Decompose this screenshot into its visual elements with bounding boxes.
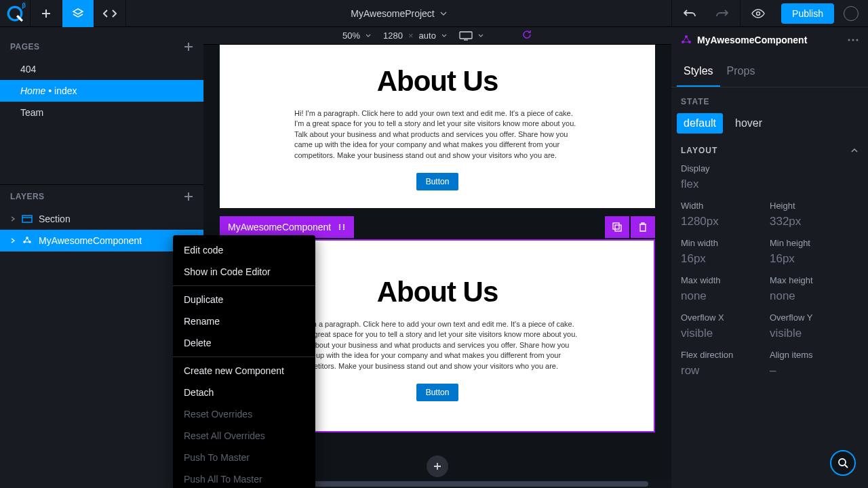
zoom-selector[interactable]: 50% <box>342 30 371 41</box>
prop-value-width[interactable]: 1280px <box>681 215 770 228</box>
section-button[interactable]: Button <box>416 173 459 190</box>
ruler-bar: 50% 1280 × auto <box>203 27 671 45</box>
svg-rect-2 <box>22 216 32 222</box>
svg-point-22 <box>856 39 859 41</box>
undo-button[interactable] <box>675 0 705 27</box>
refresh-button[interactable] <box>521 29 532 42</box>
svg-point-10 <box>343 224 344 226</box>
section-block[interactable]: About Us Hi! I'm a paragraph. Click here… <box>220 45 655 208</box>
layer-label: MyAwesomeComponent <box>39 235 142 246</box>
layers-tool[interactable] <box>62 0 94 27</box>
help-button[interactable] <box>830 450 856 476</box>
svg-point-21 <box>852 39 854 41</box>
menu-item-show-in-code[interactable]: Show in Code Editor <box>173 261 315 283</box>
user-avatar[interactable] <box>844 6 859 21</box>
prop-label-max-width: Max width <box>681 275 770 285</box>
prop-label-max-height: Max height <box>770 275 859 285</box>
prop-label-overflow-x: Overflow X <box>681 312 770 323</box>
page-item-home[interactable]: Home • index <box>0 80 203 102</box>
drag-handle-icon[interactable] <box>338 223 346 231</box>
svg-point-20 <box>848 39 850 41</box>
add-page-button[interactable] <box>184 42 193 52</box>
page-item-404[interactable]: 404 <box>0 58 203 80</box>
plus-icon <box>433 462 442 471</box>
prop-value-min-height[interactable]: 16px <box>770 252 859 266</box>
prop-value-overflow-x[interactable]: visible <box>681 327 770 340</box>
pages-header: PAGES <box>0 35 203 58</box>
prop-value-display[interactable]: flex <box>681 178 859 191</box>
pages-list: 404 Home • index Team <box>0 58 203 123</box>
layer-item-section[interactable]: Section <box>0 208 203 230</box>
layer-label: Section <box>39 214 71 224</box>
copy-icon <box>612 222 622 232</box>
component-button[interactable]: Button <box>416 384 459 401</box>
right-panel-tabs: Styles Props <box>671 60 868 87</box>
pages-label: PAGES <box>10 42 40 52</box>
preview-button[interactable] <box>743 0 773 27</box>
selected-component-name: MyAwesomeComponent <box>697 35 807 45</box>
tab-styles[interactable]: Styles <box>677 60 720 87</box>
prop-label-height: Height <box>770 201 859 211</box>
duplicate-component-button[interactable] <box>605 216 629 238</box>
app-logo[interactable]: β <box>0 0 30 27</box>
state-default[interactable]: default <box>677 113 723 134</box>
logo-icon <box>6 5 24 22</box>
prop-value-min-width[interactable]: 16px <box>681 252 770 266</box>
expand-icon[interactable] <box>10 237 16 244</box>
more-button[interactable] <box>848 39 859 41</box>
expand-icon[interactable] <box>10 216 16 222</box>
code-tool[interactable] <box>94 0 125 27</box>
layout-section-header[interactable]: LAYOUT <box>671 134 868 161</box>
section-paragraph[interactable]: Hi! I'm a paragraph. Click here to add y… <box>294 108 580 161</box>
component-icon <box>21 236 33 245</box>
collapse-icon[interactable] <box>850 148 859 153</box>
add-button[interactable] <box>31 0 62 27</box>
canvas-width[interactable]: 1280 <box>383 30 403 41</box>
page-item-team[interactable]: Team <box>0 102 203 123</box>
prop-value-max-height[interactable]: none <box>770 289 859 303</box>
prop-label-display: Display <box>681 163 859 174</box>
device-selector[interactable] <box>459 31 484 41</box>
right-panel: MyAwesomeComponent Styles Props STATE de… <box>671 27 868 488</box>
component-icon <box>681 35 692 45</box>
prop-value-overflow-y[interactable]: visible <box>770 327 859 340</box>
beta-badge: β <box>22 2 26 9</box>
canvas-height[interactable]: auto <box>419 30 436 41</box>
context-menu: Edit code Show in Code Editor Duplicate … <box>173 235 315 488</box>
prop-value-max-width[interactable]: none <box>681 289 770 303</box>
chevron-down-icon <box>440 12 447 16</box>
delete-component-button[interactable] <box>631 216 655 238</box>
add-layer-button[interactable] <box>184 192 193 201</box>
prop-value-height[interactable]: 332px <box>770 215 859 228</box>
chevron-down-icon <box>366 34 371 37</box>
redo-button[interactable] <box>707 0 737 27</box>
svg-point-13 <box>339 226 340 228</box>
state-hover[interactable]: hover <box>728 113 769 134</box>
menu-item-detach[interactable]: Detach <box>173 382 315 403</box>
top-bar: β MyAwesomeProject Publish <box>0 0 868 27</box>
component-paragraph[interactable]: Hi! I'm a paragraph. Click here to add y… <box>296 319 579 371</box>
prop-value-flex-direction[interactable]: row <box>681 364 770 378</box>
component-title[interactable]: About Us <box>296 276 579 308</box>
project-selector[interactable]: MyAwesomeProject <box>126 8 671 19</box>
prop-label-align-items: Align items <box>770 350 859 360</box>
topbar-left: β <box>0 0 126 26</box>
tab-props[interactable]: Props <box>720 60 762 87</box>
menu-item-delete[interactable]: Delete <box>173 332 315 354</box>
prop-label-min-width: Min width <box>681 238 770 248</box>
prop-label-min-height: Min height <box>770 238 859 248</box>
component-name-label: MyAwesomeComponent <box>228 222 331 232</box>
chevron-down-icon <box>441 34 447 37</box>
eye-icon <box>751 9 765 18</box>
menu-item-rename[interactable]: Rename <box>173 310 315 332</box>
add-section-button[interactable] <box>427 455 448 477</box>
menu-item-create-component[interactable]: Create new Component <box>173 360 315 382</box>
menu-item-push-all-to-master: Push All To Master <box>173 468 315 488</box>
prop-value-align-items[interactable]: – <box>770 364 859 378</box>
publish-button[interactable]: Publish <box>781 3 834 24</box>
section-icon <box>21 214 33 224</box>
desktop-icon <box>459 31 473 41</box>
section-title[interactable]: About Us <box>294 65 580 98</box>
menu-item-edit-code[interactable]: Edit code <box>173 239 315 261</box>
menu-item-duplicate[interactable]: Duplicate <box>173 289 315 310</box>
